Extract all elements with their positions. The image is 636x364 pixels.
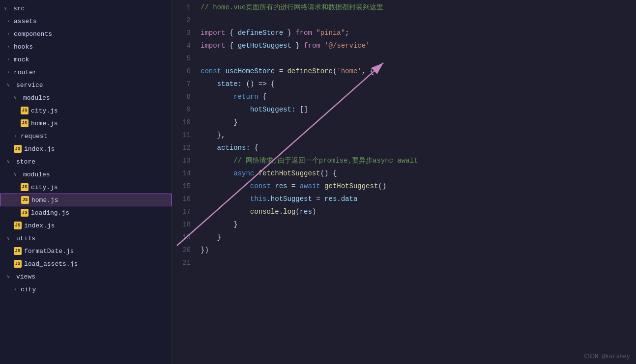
- sidebar-item-city[interactable]: › city: [0, 283, 172, 296]
- sidebar-item-hooks[interactable]: › hooks: [0, 40, 172, 53]
- sidebar-item-store-city[interactable]: JScity.js: [0, 181, 172, 194]
- sidebar-item-assets[interactable]: › assets: [0, 15, 172, 28]
- code-editor: 123456789101112131415161718192021 // hom…: [172, 0, 636, 364]
- sidebar-item-service-modules[interactable]: ∨ modules: [0, 91, 172, 104]
- chevron-right-icon: ›: [7, 70, 14, 75]
- token-keyword: async: [233, 169, 254, 177]
- token-func: fetchHotSuggest: [259, 169, 320, 177]
- token-plain: : () => {: [238, 80, 275, 88]
- line-number: 20: [172, 244, 191, 256]
- sidebar-item-label: src: [13, 5, 25, 12]
- code-line: import { getHotSuggest } from '@/service…: [201, 39, 636, 52]
- token-plain: {: [259, 93, 267, 101]
- sidebar-item-label: router: [14, 69, 37, 76]
- line-numbers: 123456789101112131415161718192021: [172, 0, 197, 364]
- token-keyword: const: [250, 182, 271, 190]
- token-plain: =: [287, 182, 299, 190]
- code-line: }: [201, 231, 636, 244]
- code-line: state: () => {: [201, 78, 636, 90]
- sidebar-item-store-home[interactable]: JShome.js: [0, 194, 172, 206]
- token-property: hotSuggest: [250, 106, 291, 113]
- token-keyword: await: [300, 182, 320, 190]
- line-number: 10: [172, 116, 191, 129]
- sidebar-item-request[interactable]: › request: [0, 130, 172, 142]
- sidebar-item-store-index[interactable]: JSindex.js: [0, 219, 172, 232]
- sidebar-item-service-index[interactable]: JSindex.js: [0, 142, 172, 155]
- sidebar-item-label: hooks: [14, 43, 33, 51]
- code-line: const useHomeStore = defineStore('home',…: [201, 65, 636, 78]
- line-number: 5: [172, 52, 191, 65]
- token-plain: [201, 182, 250, 190]
- line-number: 12: [172, 141, 191, 154]
- token-plain: [201, 106, 250, 113]
- sidebar-item-components[interactable]: › components: [0, 28, 172, 40]
- line-number: 6: [172, 65, 191, 78]
- chevron-right-icon: ›: [7, 31, 14, 37]
- token-var: res: [324, 195, 337, 203]
- code-line: async fetchHotSuggest() {: [201, 167, 636, 180]
- js-file-icon: JS: [14, 260, 22, 268]
- sidebar-item-utils[interactable]: ∨ utils: [0, 232, 172, 245]
- sidebar-item-src[interactable]: ∨ src: [0, 2, 172, 15]
- code-line: import { defineStore } from "pinia";: [201, 27, 636, 39]
- sidebar-item-mock[interactable]: › mock: [0, 53, 172, 66]
- token-comment: // 网络请求,由于返回一个promise,要异步async await: [201, 157, 418, 165]
- sidebar-item-label: modules: [23, 171, 50, 178]
- token-keyword: const: [201, 67, 221, 75]
- sidebar-item-label: views: [16, 273, 35, 280]
- chevron-right-icon: ›: [14, 134, 21, 139]
- sidebar-item-label: load_assets.js: [24, 260, 78, 268]
- token-plain: }: [283, 29, 295, 37]
- token-plain: }): [201, 246, 209, 254]
- line-number: 9: [172, 103, 191, 116]
- chevron-down-icon: ∨: [7, 274, 14, 280]
- token-plain: : {: [246, 144, 258, 152]
- sidebar-item-store-modules[interactable]: ∨ modules: [0, 168, 172, 181]
- token-string: '@/service': [324, 42, 370, 50]
- code-line: return {: [201, 90, 636, 103]
- chevron-down-icon: ∨: [14, 171, 21, 177]
- line-number: 17: [172, 205, 191, 218]
- token-plain: [271, 182, 275, 190]
- code-line: [201, 52, 636, 65]
- code-line: [201, 14, 636, 27]
- sidebar-item-router[interactable]: › router: [0, 66, 172, 79]
- sidebar-item-formatDate[interactable]: JSformatDate.js: [0, 245, 172, 257]
- sidebar-item-label: modules: [23, 94, 50, 102]
- token-plain: {: [225, 42, 237, 50]
- chevron-down-icon: ∨: [4, 5, 11, 11]
- token-plain: [201, 169, 233, 177]
- token-import-kw: import: [201, 29, 225, 37]
- sidebar-item-views[interactable]: ∨ views: [0, 270, 172, 283]
- sidebar-item-loading[interactable]: JSloading.js: [0, 206, 172, 219]
- js-file-icon: JS: [14, 222, 22, 229]
- sidebar-item-label: utils: [16, 235, 35, 242]
- sidebar-item-label: home.js: [31, 120, 58, 127]
- sidebar-item-service[interactable]: ∨ service: [0, 79, 172, 91]
- js-file-icon: JS: [21, 183, 29, 191]
- line-number: 4: [172, 39, 191, 52]
- sidebar-item-service-home[interactable]: JShome.js: [0, 117, 172, 130]
- sidebar-item-store[interactable]: ∨ store: [0, 155, 172, 168]
- sidebar-item-load_assets[interactable]: JSload_assets.js: [0, 257, 172, 270]
- chevron-right-icon: ›: [7, 44, 14, 50]
- code-line: }: [201, 116, 636, 129]
- token-comment: // home.vue页面所有的进行网络请求和数据都封装到这里: [201, 3, 383, 11]
- token-plain: [201, 144, 217, 152]
- token-plain: (): [378, 182, 386, 190]
- chevron-down-icon: ∨: [7, 235, 14, 241]
- sidebar-item-service-city[interactable]: JScity.js: [0, 104, 172, 117]
- code-line: },: [201, 129, 636, 141]
- chevron-down-icon: ∨: [7, 159, 14, 165]
- token-plain: .: [279, 208, 283, 216]
- token-plain: ): [312, 208, 316, 216]
- code-line: // home.vue页面所有的进行网络请求和数据都封装到这里: [201, 1, 636, 14]
- code-line: }: [201, 218, 636, 231]
- token-plain: }: [201, 233, 221, 241]
- token-plain: () {: [320, 169, 337, 177]
- js-file-icon: JS: [14, 145, 22, 153]
- sidebar-item-label: loading.js: [31, 209, 69, 217]
- sidebar-item-label: city: [21, 286, 36, 293]
- token-property: hotSuggest: [271, 195, 312, 203]
- token-property: data: [341, 195, 358, 203]
